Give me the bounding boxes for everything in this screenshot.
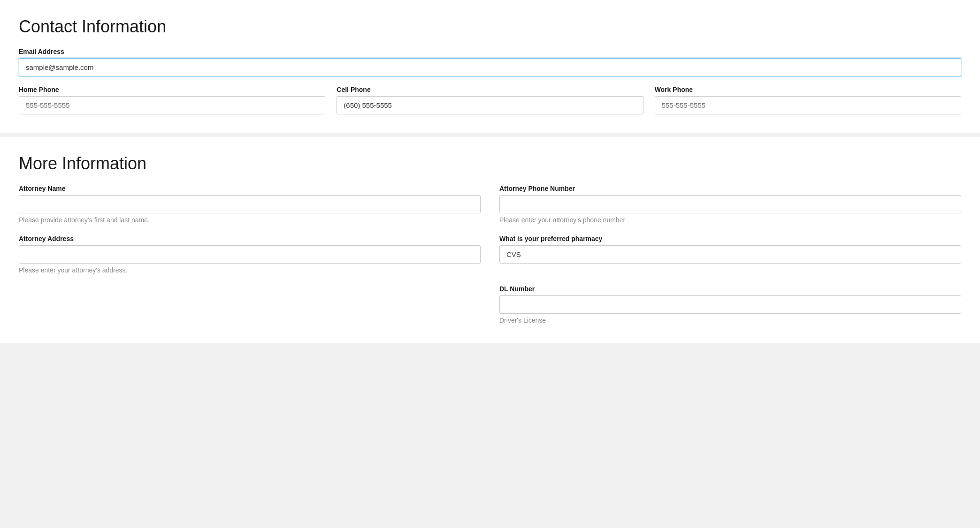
attorney-phone-input[interactable] [499,195,961,213]
work-phone-label: Work Phone [655,86,961,93]
dl-number-label: DL Number [499,285,961,293]
attorney-name-label: Attorney Name [19,185,481,192]
email-input[interactable] [19,58,961,76]
attorney-address-field-group: Attorney Address Please enter your attor… [19,235,481,274]
dl-number-input[interactable] [499,295,961,314]
attorney-phone-label: Attorney Phone Number [499,185,961,192]
pharmacy-label: What is your preferred pharmacy [499,235,961,242]
more-information-section: More Information Attorney Name Please pr… [0,137,980,343]
attorney-address-label: Attorney Address [19,235,481,242]
more-info-grid: Attorney Name Please provide attorney's … [19,185,961,324]
cell-phone-field-group: Cell Phone [337,86,643,114]
more-information-title: More Information [19,154,961,173]
attorney-phone-field-group: Attorney Phone Number Please enter your … [499,185,961,224]
email-field-group: Email Address [19,48,961,76]
phone-row: Home Phone Cell Phone Work Phone [19,86,961,114]
attorney-address-hint: Please enter your attorney's address. [19,266,481,274]
dl-number-field-group: DL Number Driver's License [499,285,961,324]
work-phone-input[interactable] [655,96,961,114]
dl-number-hint: Driver's License [499,317,961,324]
attorney-name-hint: Please provide attorney's first and last… [19,216,481,224]
attorney-phone-hint: Please enter your attorney's phone numbe… [499,216,961,224]
work-phone-field-group: Work Phone [655,86,961,114]
cell-phone-label: Cell Phone [337,86,643,93]
pharmacy-input[interactable] [499,245,961,264]
email-label: Email Address [19,48,961,55]
home-phone-input[interactable] [19,96,325,114]
left-spacer [19,285,481,324]
contact-information-title: Contact Information [19,17,961,37]
home-phone-label: Home Phone [19,86,325,93]
attorney-address-input[interactable] [19,245,481,264]
attorney-name-input[interactable] [19,195,481,213]
attorney-name-field-group: Attorney Name Please provide attorney's … [19,185,481,224]
home-phone-field-group: Home Phone [19,86,325,114]
cell-phone-input[interactable] [337,96,643,114]
contact-information-section: Contact Information Email Address Home P… [0,0,980,133]
pharmacy-field-group: What is your preferred pharmacy [499,235,961,274]
